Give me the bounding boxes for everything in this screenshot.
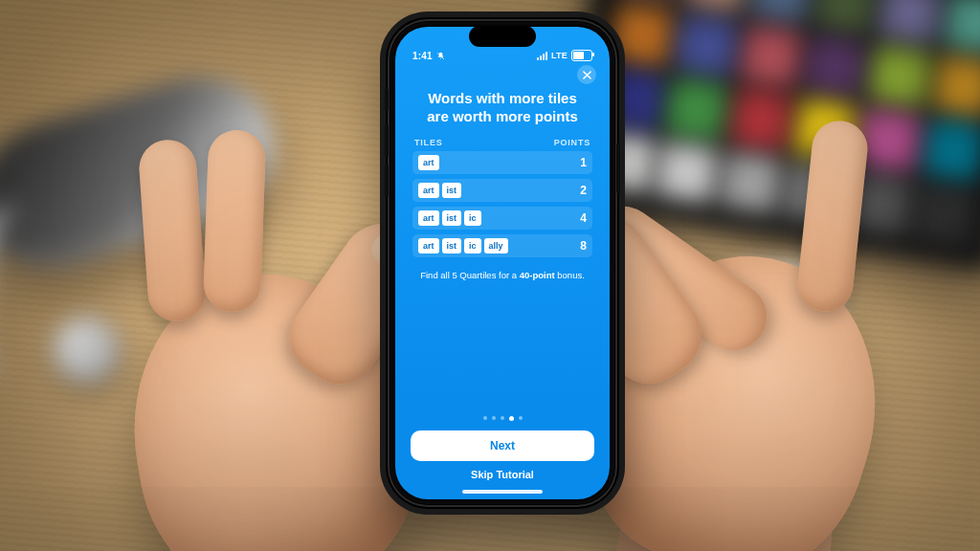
cellular-signal-icon: [537, 52, 547, 60]
page-dot[interactable]: [519, 416, 523, 420]
close-button[interactable]: [577, 65, 596, 84]
bonus-suffix: bonus.: [555, 270, 585, 280]
network-type-label: LTE: [551, 51, 568, 60]
word-tile: ist: [442, 210, 462, 226]
word-tile: ist: [442, 238, 462, 253]
page-dot[interactable]: [492, 416, 496, 420]
color-swatch: [620, 0, 684, 2]
word-tile: art: [418, 238, 439, 253]
word-tile: ist: [442, 183, 462, 198]
bonus-text: Find all 5 Quartiles for a 40-point bonu…: [395, 262, 610, 280]
points-value: 2: [573, 184, 587, 197]
page-dot[interactable]: [483, 416, 487, 420]
silent-mode-icon: [436, 52, 445, 60]
color-swatch: [943, 0, 980, 54]
page-dot[interactable]: [509, 416, 514, 421]
points-value: 8: [573, 239, 587, 253]
points-value: 4: [573, 211, 587, 225]
points-table: TILES POINTS art1artist2artistic4artisti…: [395, 136, 610, 262]
iphone-device: 1:41 LTE Words with more: [388, 19, 617, 507]
color-swatch: [868, 44, 932, 107]
bonus-highlight: 40-point: [520, 270, 555, 280]
table-row: artist2: [412, 179, 592, 202]
color-swatch: [923, 118, 980, 181]
color-swatch: [749, 0, 813, 23]
battery-icon: [571, 50, 592, 61]
col-tiles: TILES: [414, 138, 443, 147]
tutorial-headline: Words with more tiles are worth more poi…: [395, 84, 610, 136]
skip-tutorial-button[interactable]: Skip Tutorial: [395, 469, 610, 490]
page-indicator[interactable]: [395, 416, 610, 430]
color-swatch: [610, 3, 674, 66]
phone-screen: 1:41 LTE Words with more: [395, 27, 610, 499]
photo-scene: 1:41 LTE Words with more: [0, 0, 980, 551]
word-tile: ic: [464, 238, 481, 253]
table-row: artistically8: [412, 234, 592, 257]
points-value: 1: [573, 156, 587, 169]
col-points: POINTS: [554, 138, 590, 147]
color-swatch: [879, 0, 943, 43]
color-swatch: [675, 13, 739, 77]
home-indicator[interactable]: [462, 490, 543, 494]
page-dot[interactable]: [501, 416, 504, 420]
color-swatch: [933, 54, 980, 117]
dynamic-island: [469, 26, 536, 47]
word-tile: art: [418, 183, 439, 198]
table-row: artistic4: [412, 207, 592, 230]
color-swatch: [813, 0, 878, 33]
word-tile: ic: [464, 210, 481, 226]
volume-down-button: [385, 165, 389, 197]
side-button: [616, 143, 620, 193]
bonus-prefix: Find all 5 Quartiles for a: [420, 270, 520, 280]
next-button[interactable]: Next: [411, 430, 594, 461]
word-tile: art: [418, 210, 439, 226]
headline-line-1: Words with more tiles: [428, 90, 577, 106]
color-swatch: [913, 182, 977, 245]
action-button: [385, 88, 389, 111]
color-swatch: [804, 33, 868, 97]
table-row: art1: [412, 151, 592, 174]
status-time: 1:41: [412, 51, 433, 61]
headline-line-2: are worth more points: [427, 108, 578, 124]
word-tile: art: [418, 155, 439, 170]
color-swatch: [684, 0, 748, 12]
word-tile: ally: [484, 238, 508, 253]
volume-up-button: [385, 124, 389, 157]
color-swatch: [739, 23, 803, 86]
